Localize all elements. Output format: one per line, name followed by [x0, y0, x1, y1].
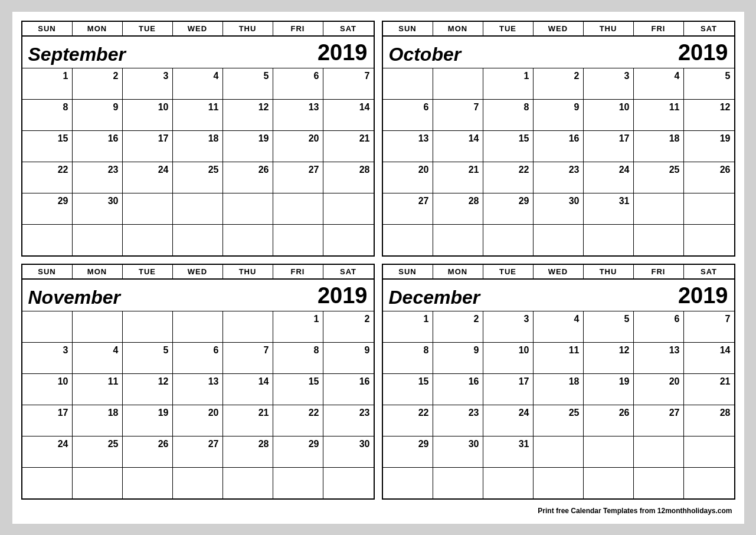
september-cell-r1-c3: 11 — [173, 100, 223, 130]
september-month-header: September2019 — [22, 37, 374, 68]
november-month-header: November2019 — [22, 280, 374, 311]
calendar-december: SUNMONTUEWEDTHUFRISATDecember20191234567… — [382, 264, 735, 500]
september-cell-r0-c3: 4 — [173, 68, 223, 99]
december-cell-r3-c6: 28 — [684, 405, 734, 436]
page: SUNMONTUEWEDTHUFRISATSeptember2019123456… — [12, 12, 744, 524]
september-cell-r4-c2 — [123, 193, 173, 224]
september-cell-r5-c0 — [22, 225, 73, 255]
november-cell-r2-c3: 13 — [173, 374, 223, 405]
september-cell-r4-c3 — [173, 193, 223, 224]
september-cell-r3-c5: 27 — [273, 162, 323, 193]
october-row-5 — [383, 225, 734, 255]
november-row-4: 24252627282930 — [22, 436, 374, 468]
september-cell-r0-c6: 7 — [323, 68, 374, 99]
december-cell-r4-c6 — [684, 436, 734, 467]
november-day-sat: SAT — [323, 265, 374, 278]
september-cell-r3-c3: 25 — [173, 162, 223, 193]
december-day-sat: SAT — [684, 265, 734, 278]
december-month-name: December — [389, 287, 480, 308]
october-cell-r1-c3: 9 — [534, 100, 584, 130]
september-cell-r0-c4: 5 — [223, 68, 273, 99]
footer: Print free Calendar Templates from 12mon… — [21, 507, 735, 515]
october-cell-r3-c5: 25 — [634, 162, 684, 193]
september-cell-r0-c0: 1 — [22, 68, 73, 99]
october-cell-r2-c3: 16 — [534, 131, 584, 162]
november-cell-r2-c6: 16 — [323, 374, 374, 405]
november-cell-r4-c0: 24 — [22, 436, 73, 467]
october-cell-r2-c2: 15 — [483, 131, 534, 162]
calendar-october: SUNMONTUEWEDTHUFRISATOctober201912345678… — [382, 21, 735, 257]
december-cell-r4-c2: 31 — [483, 436, 534, 467]
september-day-sat: SAT — [323, 22, 374, 35]
november-row-2: 10111213141516 — [22, 374, 374, 405]
september-day-fri: FRI — [273, 22, 323, 35]
september-row-4: 2930 — [22, 193, 374, 225]
november-cell-r1-c0: 3 — [22, 343, 73, 373]
october-cell-r1-c1: 7 — [433, 100, 483, 130]
november-cell-r1-c1: 4 — [73, 343, 123, 373]
december-cell-r0-c4: 5 — [584, 311, 634, 342]
december-cell-r4-c5 — [634, 436, 684, 467]
november-cell-r0-c5: 1 — [273, 311, 323, 342]
september-cell-r3-c4: 26 — [223, 162, 273, 193]
december-year: 2019 — [678, 283, 728, 308]
december-cell-r0-c2: 3 — [483, 311, 534, 342]
footer-text: Print free Calendar Templates from — [538, 507, 657, 515]
october-cell-r5-c6 — [684, 225, 734, 255]
october-cell-r5-c5 — [634, 225, 684, 255]
december-cell-r0-c1: 2 — [433, 311, 483, 342]
november-cell-r3-c0: 17 — [22, 405, 73, 436]
december-cell-r3-c4: 26 — [584, 405, 634, 436]
september-cell-r1-c6: 14 — [323, 100, 374, 130]
december-day-wed: WED — [534, 265, 584, 278]
october-cell-r4-c4: 31 — [584, 193, 634, 224]
november-cell-r3-c5: 22 — [273, 405, 323, 436]
november-cell-r0-c0 — [22, 311, 73, 342]
december-cell-r2-c3: 18 — [534, 374, 584, 405]
november-cell-r4-c4: 28 — [223, 436, 273, 467]
november-cell-r1-c2: 5 — [123, 343, 173, 373]
december-cell-r2-c4: 19 — [584, 374, 634, 405]
october-cell-r0-c4: 3 — [584, 68, 634, 99]
september-cell-r3-c2: 24 — [123, 162, 173, 193]
november-cell-r3-c3: 20 — [173, 405, 223, 436]
september-cell-r3-c1: 23 — [73, 162, 123, 193]
october-cell-r3-c4: 24 — [584, 162, 634, 193]
october-cell-r3-c6: 26 — [684, 162, 734, 193]
december-cell-r1-c6: 14 — [684, 343, 734, 373]
november-cell-r1-c4: 7 — [223, 343, 273, 373]
december-cell-r0-c6: 7 — [684, 311, 734, 342]
november-row-1: 3456789 — [22, 343, 374, 374]
december-cell-r0-c0: 1 — [383, 311, 433, 342]
october-days-header: SUNMONTUEWEDTHUFRISAT — [383, 22, 734, 37]
september-cell-r4-c4 — [223, 193, 273, 224]
december-cell-r4-c1: 30 — [433, 436, 483, 467]
september-cell-r0-c2: 3 — [123, 68, 173, 99]
october-grid: 1234567891011121314151617181920212223242… — [383, 68, 734, 255]
october-cell-r0-c0 — [383, 68, 433, 99]
calendar-september: SUNMONTUEWEDTHUFRISATSeptember2019123456… — [21, 21, 375, 257]
september-cell-r4-c6 — [323, 193, 374, 224]
september-cell-r2-c6: 21 — [323, 131, 374, 162]
november-cell-r5-c5 — [273, 468, 323, 498]
october-row-1: 6789101112 — [383, 100, 734, 131]
october-cell-r3-c1: 21 — [433, 162, 483, 193]
december-grid: 1234567891011121314151617181920212223242… — [383, 311, 734, 498]
october-cell-r4-c6 — [684, 193, 734, 224]
november-cell-r5-c6 — [323, 468, 374, 498]
september-day-mon: MON — [73, 22, 123, 35]
september-month-name: September — [28, 44, 126, 65]
december-cell-r5-c3 — [534, 468, 584, 498]
november-cell-r2-c5: 15 — [273, 374, 323, 405]
november-cell-r3-c1: 18 — [73, 405, 123, 436]
september-year: 2019 — [318, 40, 368, 65]
december-row-4: 293031 — [383, 436, 734, 468]
december-cell-r5-c4 — [584, 468, 634, 498]
october-day-wed: WED — [534, 22, 584, 35]
november-cell-r2-c4: 14 — [223, 374, 273, 405]
december-cell-r1-c4: 12 — [584, 343, 634, 373]
october-row-0: 12345 — [383, 68, 734, 100]
september-cell-r5-c2 — [123, 225, 173, 255]
october-cell-r3-c3: 23 — [534, 162, 584, 193]
october-cell-r2-c5: 18 — [634, 131, 684, 162]
